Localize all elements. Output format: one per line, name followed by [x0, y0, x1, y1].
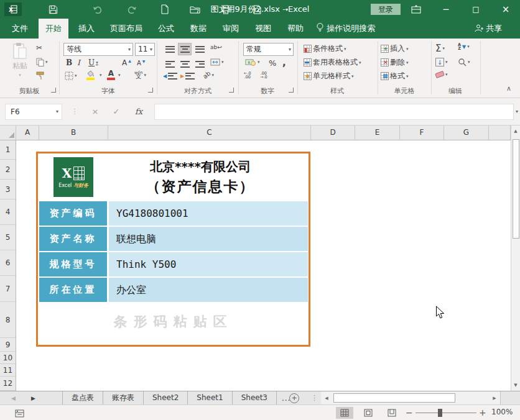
- align-left-button[interactable]: [163, 58, 177, 70]
- quick-print-button[interactable]: [219, 4, 233, 15]
- insert-cells-button[interactable]: + 插入 ▾: [381, 43, 409, 54]
- tab-home[interactable]: 开始: [39, 19, 68, 39]
- number-dialog-launcher[interactable]: [289, 88, 294, 93]
- tab-insert[interactable]: 插入: [72, 19, 101, 39]
- zoom-slider-handle[interactable]: [438, 409, 442, 417]
- clipboard-dialog-launcher[interactable]: [51, 88, 56, 93]
- save-button[interactable]: [46, 4, 60, 15]
- font-color-button[interactable]: A: [107, 70, 115, 80]
- row-header-11[interactable]: 11: [0, 364, 16, 377]
- font-size-combo[interactable]: 11▾: [135, 43, 155, 56]
- undo-button[interactable]: [91, 4, 104, 15]
- column-header-b[interactable]: B: [39, 126, 108, 140]
- row-header-1[interactable]: 1: [0, 140, 16, 160]
- column-header-f[interactable]: F: [400, 126, 444, 140]
- shrink-font-button[interactable]: A▼: [137, 60, 145, 66]
- sheet-tab-pandianbiao[interactable]: 盘点表: [62, 391, 103, 405]
- share-button[interactable]: 共享: [474, 19, 502, 39]
- column-header-d[interactable]: D: [311, 126, 355, 140]
- sort-filter-button[interactable]: AZ ▼ ▾: [458, 43, 470, 50]
- wrap-text-button[interactable]: ab↩: [210, 44, 222, 50]
- open-button[interactable]: [188, 4, 202, 15]
- horizontal-scrollbar[interactable]: ◀ ▶: [321, 391, 510, 405]
- row-header-9[interactable]: 9: [0, 338, 16, 352]
- row-header-7[interactable]: 7: [0, 276, 16, 302]
- page-break-view-button[interactable]: [383, 407, 401, 419]
- row-header-4[interactable]: 4: [0, 199, 16, 225]
- customize-qat-button[interactable]: ▾: [280, 4, 294, 15]
- underline-button[interactable]: U▾: [88, 58, 98, 67]
- ribbon-display-options-button[interactable]: [406, 0, 427, 19]
- zoom-in-button[interactable]: +: [479, 407, 486, 418]
- page-layout-view-button[interactable]: [360, 407, 377, 419]
- increase-indent-button[interactable]: ▶: [180, 73, 195, 80]
- font-name-combo[interactable]: 等线▾: [63, 43, 133, 56]
- fill-color-button[interactable]: [86, 70, 95, 80]
- new-document-button[interactable]: [158, 4, 172, 15]
- align-center-button[interactable]: [178, 58, 192, 70]
- zoom-out-button[interactable]: −: [406, 407, 413, 418]
- copy-button[interactable]: ▾: [36, 58, 48, 66]
- tabbar-options[interactable]: ⋮: [311, 391, 318, 405]
- font-color-dropdown[interactable]: ▾: [118, 73, 121, 78]
- print-preview-button[interactable]: [250, 4, 264, 15]
- italic-button[interactable]: I: [77, 58, 80, 67]
- cancel-button[interactable]: ×: [88, 104, 102, 120]
- scroll-left-button[interactable]: ◀: [322, 393, 331, 403]
- cell-styles-button[interactable]: ◆ 单元格样式 ▾: [304, 71, 354, 81]
- accounting-format-button[interactable]: ¥ ▾: [245, 58, 260, 66]
- zoom-slider-track[interactable]: [416, 413, 476, 413]
- tell-me-search[interactable]: 操作说明搜索: [316, 19, 375, 39]
- sign-in-button[interactable]: 登录: [371, 4, 401, 15]
- redo-button[interactable]: [124, 4, 138, 15]
- column-header-c[interactable]: C: [108, 126, 311, 140]
- increase-decimal-button[interactable]: ←.0.00: [244, 71, 251, 79]
- select-all-corner[interactable]: [0, 126, 16, 140]
- font-dialog-launcher[interactable]: [148, 88, 153, 93]
- column-header-g[interactable]: G: [444, 126, 489, 140]
- tab-view[interactable]: 视图: [249, 19, 277, 39]
- fill-button[interactable]: ↓ ▾: [435, 58, 448, 66]
- close-button[interactable]: ×: [495, 0, 516, 19]
- align-middle-button[interactable]: [178, 43, 192, 55]
- tab-data[interactable]: 数据: [184, 19, 213, 39]
- number-format-combo[interactable]: 常规▾: [243, 43, 294, 56]
- scroll-right-button[interactable]: ▶: [490, 393, 499, 403]
- percent-style-button[interactable]: %: [269, 58, 276, 68]
- excel-app-icon[interactable]: X: [4, 2, 22, 16]
- row-header-10[interactable]: 10: [0, 352, 16, 364]
- format-as-table-button[interactable]: ▂ 套用表格格式 ▾: [304, 57, 361, 68]
- decrease-decimal-button[interactable]: .00→.0: [260, 71, 267, 79]
- row-header-8[interactable]: 8: [0, 302, 16, 338]
- clear-button[interactable]: ▾: [435, 72, 448, 77]
- align-bottom-button[interactable]: [193, 43, 207, 55]
- conditional-formatting-button[interactable]: ◧ 条件格式 ▾: [304, 43, 346, 54]
- tab-help[interactable]: 帮助: [281, 19, 310, 39]
- paste-button[interactable]: 粘贴 ▾: [7, 42, 32, 78]
- sheet-tab-sheet2[interactable]: Sheet2: [144, 391, 188, 405]
- row-header-12[interactable]: 12: [0, 377, 16, 391]
- sheet-scroll-left-button[interactable]: ◀: [11, 391, 16, 405]
- minimize-button[interactable]: ─: [435, 0, 457, 19]
- new-sheet-button[interactable]: +: [289, 393, 299, 403]
- align-top-button[interactable]: [163, 43, 177, 55]
- asset-info-card[interactable]: X Excel 与财务 北京****有限公司 （资产信息卡） 资产编码 YG41…: [36, 152, 310, 347]
- formula-input[interactable]: [154, 104, 514, 120]
- scroll-up-button[interactable]: ▲: [511, 126, 520, 137]
- zoom-level[interactable]: 100%: [491, 408, 513, 416]
- format-painter-button[interactable]: [36, 71, 45, 80]
- orientation-button[interactable]: ab▾: [203, 71, 214, 78]
- name-box-splitter[interactable]: ⋮: [71, 104, 78, 120]
- tab-formulas[interactable]: 公式: [152, 19, 180, 39]
- delete-cells-button[interactable]: × 删除 ▾: [381, 57, 409, 68]
- autosum-button[interactable]: Σ▾: [435, 43, 445, 54]
- macro-record-button[interactable]: [15, 408, 24, 420]
- column-header-a[interactable]: A: [16, 126, 39, 140]
- decrease-indent-button[interactable]: ◀: [163, 73, 177, 80]
- vertical-scroll-thumb[interactable]: [513, 139, 519, 239]
- collapse-ribbon-button[interactable]: ∧: [506, 84, 511, 93]
- comma-style-button[interactable]: ,: [282, 57, 286, 68]
- bold-button[interactable]: B: [66, 58, 72, 67]
- phonetic-guide-button[interactable]: wén文 ▾: [134, 71, 146, 79]
- format-cells-button[interactable]: ▦ 格式 ▾: [381, 71, 409, 81]
